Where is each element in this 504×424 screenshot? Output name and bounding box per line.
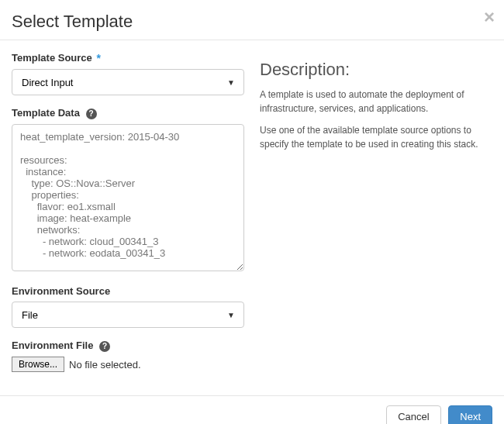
select-template-modal: Select Template × Template Source * ▼ Te… [0, 0, 504, 424]
template-data-textarea[interactable]: heat_template_version: 2015-04-30 resour… [12, 124, 244, 271]
template-source-group: Template Source * ▼ [12, 52, 244, 95]
description-column: Description: A template is used to autom… [260, 52, 492, 384]
environment-file-label: Environment File ? [12, 340, 110, 352]
environment-file-label-text: Environment File [12, 340, 93, 351]
environment-source-group: Environment Source ▼ [12, 285, 244, 328]
environment-source-label: Environment Source [12, 285, 110, 297]
template-source-select[interactable] [12, 69, 244, 95]
environment-source-select-wrap: ▼ [12, 302, 244, 328]
browse-button[interactable]: Browse... [12, 357, 64, 372]
environment-file-group: Environment File ? Browse... No file sel… [12, 340, 244, 372]
environment-file-row: Browse... No file selected. [12, 357, 244, 372]
environment-source-select[interactable] [12, 302, 244, 328]
description-title: Description: [260, 60, 492, 80]
template-source-label-text: Template Source [12, 52, 92, 64]
description-text-2: Use one of the available template source… [260, 123, 492, 151]
modal-title: Select Template [12, 12, 492, 32]
help-icon[interactable]: ? [99, 341, 110, 352]
modal-header: Select Template × [0, 0, 504, 40]
template-data-label-text: Template Data [12, 107, 80, 119]
template-source-select-wrap: ▼ [12, 69, 244, 95]
close-icon[interactable]: × [484, 6, 495, 28]
template-data-group: Template Data ? heat_template_version: 2… [12, 107, 244, 274]
file-status-text: No file selected. [69, 359, 141, 371]
next-button[interactable]: Next [448, 405, 492, 424]
description-text-1: A template is used to automate the deplo… [260, 88, 492, 115]
modal-body: Template Source * ▼ Template Data ? heat… [0, 40, 504, 395]
required-asterisk: * [96, 52, 100, 64]
template-source-label: Template Source * [12, 52, 101, 64]
help-icon[interactable]: ? [86, 109, 97, 119]
form-column: Template Source * ▼ Template Data ? heat… [12, 52, 244, 384]
template-data-label: Template Data ? [12, 107, 97, 119]
modal-footer: Cancel Next [0, 395, 504, 424]
cancel-button[interactable]: Cancel [386, 405, 440, 424]
